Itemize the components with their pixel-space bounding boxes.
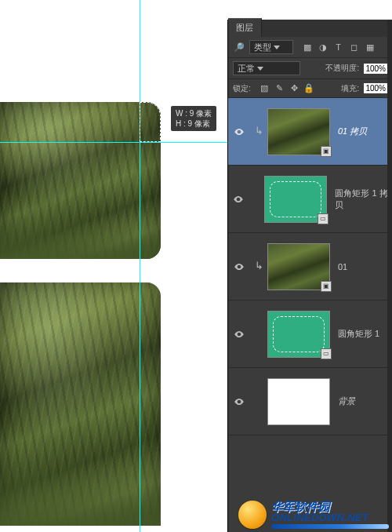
selection-marquee[interactable] [140,102,161,142]
filter-shape-icon[interactable]: ◻ [348,42,360,53]
lock-position-icon[interactable]: ✥ [289,82,300,94]
layer-thumbnail[interactable]: ▭ [267,311,330,358]
visibility-toggle[interactable] [228,126,250,137]
visibility-toggle[interactable] [228,396,250,407]
canvas-image-bottom [0,282,161,526]
opacity-value[interactable]: 100% [364,64,387,74]
search-icon[interactable]: 🔎 [233,42,245,53]
layer-filter-row: 🔎 类型 ▩ ◑ T ◻ ▦ [228,37,392,58]
layer-row[interactable]: ▭ 圆角矩形 1 拷贝 [228,166,392,233]
watermark: 华军软件园 ONLINEDOWN.NET [238,501,389,529]
clip-arrow-icon: ↳ [255,260,263,271]
layer-name[interactable]: 圆角矩形 1 [338,328,379,340]
filter-text-icon[interactable]: T [332,42,344,53]
chevron-down-icon [257,67,263,71]
clip-arrow-icon: ↳ [255,125,263,137]
tooltip-height: H : 9 像素 [176,118,212,129]
eye-icon [234,396,245,407]
smart-object-badge-icon: ▣ [321,146,332,157]
layers-list: ↳ ▣ 01 拷贝 ▭ 圆角矩形 1 拷贝 ↳ ▣ 01 ▭ [228,98,392,532]
layer-row[interactable]: ↳ ▣ 01 拷贝 [228,98,392,166]
vector-mask-badge-icon: ▭ [321,348,332,359]
layer-row[interactable]: 背景 [228,368,392,435]
canvas-image-top [0,102,161,259]
visibility-toggle[interactable] [228,329,250,340]
transform-tooltip: W : 9 像素 H : 9 像素 [171,106,216,131]
eye-icon [233,194,244,205]
lock-all-icon[interactable]: 🔒 [303,82,315,94]
vector-mask-badge-icon: ▭ [318,213,328,224]
layer-thumbnail[interactable] [267,378,330,425]
lock-label: 锁定: [233,83,251,94]
watermark-logo-icon [238,501,267,529]
filter-kind-dropdown[interactable]: 类型 [249,40,293,54]
layer-row[interactable]: ▭ 圆角矩形 1 [228,301,392,368]
chevron-down-icon [274,46,280,49]
watermark-underline [271,524,389,529]
blend-row: 正常 不透明度: 100% [228,58,392,79]
eye-icon [234,261,245,272]
eye-icon [234,329,245,340]
layer-name[interactable]: 背景 [338,395,355,407]
filter-kind-label: 类型 [254,42,271,53]
guide-vertical[interactable] [140,0,140,532]
layer-name[interactable]: 01 [338,262,347,271]
layer-thumbnail[interactable]: ▭ [264,176,327,223]
filter-adjust-icon[interactable]: ◑ [317,42,328,53]
layers-panel: 图层 🔎 类型 ▩ ◑ T ◻ ▦ 正常 不透明度: 100% 锁定: ▧ ✎ … [227,20,392,532]
tab-layers[interactable]: 图层 [228,18,262,37]
visibility-toggle[interactable] [228,261,250,272]
guide-horizontal[interactable] [0,142,227,143]
eye-icon [234,126,245,137]
fill-value[interactable]: 100% [364,83,387,93]
filter-smart-icon[interactable]: ▦ [364,42,376,53]
fill-label: 填充: [341,83,359,94]
watermark-cn: 华军软件园 [271,501,389,512]
layer-name[interactable]: 圆角矩形 1 拷贝 [335,188,392,211]
blend-mode-value: 正常 [238,63,255,75]
layer-row[interactable]: ↳ ▣ 01 [228,233,392,301]
layer-thumbnail[interactable]: ▣ [267,243,330,290]
layer-name[interactable]: 01 拷贝 [338,126,367,137]
layer-thumbnail[interactable]: ▣ [267,108,330,155]
visibility-toggle[interactable] [228,194,249,205]
tooltip-width: W : 9 像素 [176,108,212,118]
clip-indicator: ↳ [250,261,267,272]
lock-brush-icon[interactable]: ✎ [274,82,285,94]
clip-indicator: ↳ [250,126,267,137]
opacity-label: 不透明度: [325,63,359,74]
smart-object-badge-icon: ▣ [321,281,332,292]
watermark-en: ONLINEDOWN.NET [271,512,389,523]
lock-row: 锁定: ▧ ✎ ✥ 🔒 填充: 100% [228,79,392,98]
panel-tabs: 图层 [228,20,392,37]
panel-scrollbar[interactable] [387,20,392,532]
canvas-area[interactable]: W : 9 像素 H : 9 像素 [0,0,227,532]
blend-mode-dropdown[interactable]: 正常 [233,61,300,75]
lock-pixels-icon[interactable]: ▧ [259,82,270,94]
filter-image-icon[interactable]: ▩ [301,42,313,53]
